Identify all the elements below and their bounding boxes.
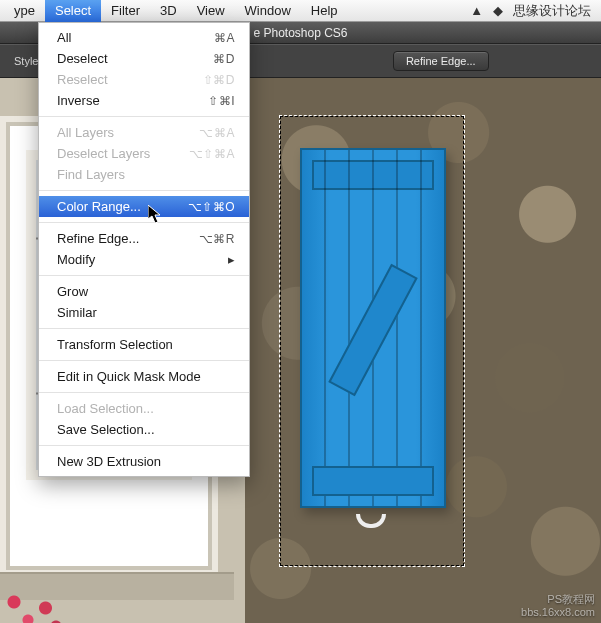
- menu-label: New 3D Extrusion: [57, 454, 235, 469]
- menu-item-new-3d-extrusion[interactable]: New 3D Extrusion: [39, 451, 249, 472]
- menu-item-reselect: Reselect ⇧⌘D: [39, 69, 249, 90]
- menu-label: Deselect Layers: [57, 146, 189, 161]
- menu-view[interactable]: View: [187, 0, 235, 22]
- menu-label: Save Selection...: [57, 422, 235, 437]
- menu-item-load-selection: Load Selection...: [39, 398, 249, 419]
- menu-separator: [39, 445, 249, 446]
- menu-separator: [39, 222, 249, 223]
- menu-item-all-layers: All Layers ⌥⌘A: [39, 122, 249, 143]
- menu-item-deselect[interactable]: Deselect ⌘D: [39, 48, 249, 69]
- menu-separator: [39, 392, 249, 393]
- menu-label: Color Range...: [57, 199, 188, 214]
- watermark: PS教程网 bbs.16xx8.com: [521, 593, 595, 619]
- menu-item-find-layers: Find Layers: [39, 164, 249, 185]
- menu-label: Refine Edge...: [57, 231, 199, 246]
- menu-help[interactable]: Help: [301, 0, 348, 22]
- menu-label: Modify: [57, 252, 222, 267]
- app-title-prefix: e: [253, 26, 260, 40]
- menu-item-refine-edge[interactable]: Refine Edge... ⌥⌘R: [39, 228, 249, 249]
- app-title: Photoshop CS6: [263, 26, 347, 40]
- submenu-arrow-icon: ▸: [228, 252, 235, 267]
- rectangular-marquee[interactable]: [280, 116, 464, 566]
- menu-separator: [39, 360, 249, 361]
- flowers: [0, 584, 70, 623]
- menu-item-grow[interactable]: Grow: [39, 281, 249, 302]
- menu-label: Reselect: [57, 72, 203, 87]
- watermark-line2: bbs.16xx8.com: [521, 606, 595, 619]
- menu-type[interactable]: ype: [4, 0, 45, 22]
- menu-shortcut: ⌥⌘R: [199, 232, 235, 246]
- menubar-right-text: 思缘设计论坛: [513, 2, 591, 20]
- menu-item-color-range[interactable]: Color Range... ⌥⇧⌘O: [39, 196, 249, 217]
- menu-separator: [39, 328, 249, 329]
- mac-menubar: ype Select Filter 3D View Window Help ▲ …: [0, 0, 601, 22]
- menu-3d[interactable]: 3D: [150, 0, 187, 22]
- menu-shortcut: ⇧⌘I: [208, 94, 235, 108]
- menu-filter[interactable]: Filter: [101, 0, 150, 22]
- menu-label: Load Selection...: [57, 401, 235, 416]
- menu-shortcut: ⌥⌘A: [199, 126, 235, 140]
- menu-label: Find Layers: [57, 167, 235, 182]
- menu-select[interactable]: Select: [45, 0, 101, 22]
- menu-label: Edit in Quick Mask Mode: [57, 369, 235, 384]
- menu-label: Inverse: [57, 93, 208, 108]
- watermark-line1: PS教程网: [521, 593, 595, 606]
- menu-item-modify[interactable]: Modify ▸: [39, 249, 249, 270]
- menu-label: Grow: [57, 284, 235, 299]
- menu-shortcut: ⌘A: [214, 31, 235, 45]
- select-menu: All ⌘A Deselect ⌘D Reselect ⇧⌘D Inverse …: [38, 22, 250, 477]
- cloud-up-icon[interactable]: ▲: [470, 3, 483, 18]
- menu-separator: [39, 275, 249, 276]
- menu-shortcut: ⇧⌘D: [203, 73, 235, 87]
- menu-label: Similar: [57, 305, 235, 320]
- menu-shortcut: ⌥⇧⌘A: [189, 147, 235, 161]
- menu-separator: [39, 116, 249, 117]
- menu-item-quick-mask[interactable]: Edit in Quick Mask Mode: [39, 366, 249, 387]
- menu-item-save-selection[interactable]: Save Selection...: [39, 419, 249, 440]
- menu-label: Transform Selection: [57, 337, 235, 352]
- dropbox-icon[interactable]: ◆: [493, 3, 503, 18]
- menu-separator: [39, 190, 249, 191]
- menu-window[interactable]: Window: [235, 0, 301, 22]
- menu-label: Deselect: [57, 51, 213, 66]
- menu-label: All: [57, 30, 214, 45]
- menu-item-all[interactable]: All ⌘A: [39, 27, 249, 48]
- menu-label: All Layers: [57, 125, 199, 140]
- menu-shortcut: ⌥⇧⌘O: [188, 200, 235, 214]
- refine-edge-button[interactable]: Refine Edge...: [393, 51, 489, 71]
- menu-item-similar[interactable]: Similar: [39, 302, 249, 323]
- menu-shortcut: ⌘D: [213, 52, 235, 66]
- menu-item-deselect-layers: Deselect Layers ⌥⇧⌘A: [39, 143, 249, 164]
- menu-item-inverse[interactable]: Inverse ⇧⌘I: [39, 90, 249, 111]
- menu-item-transform-selection[interactable]: Transform Selection: [39, 334, 249, 355]
